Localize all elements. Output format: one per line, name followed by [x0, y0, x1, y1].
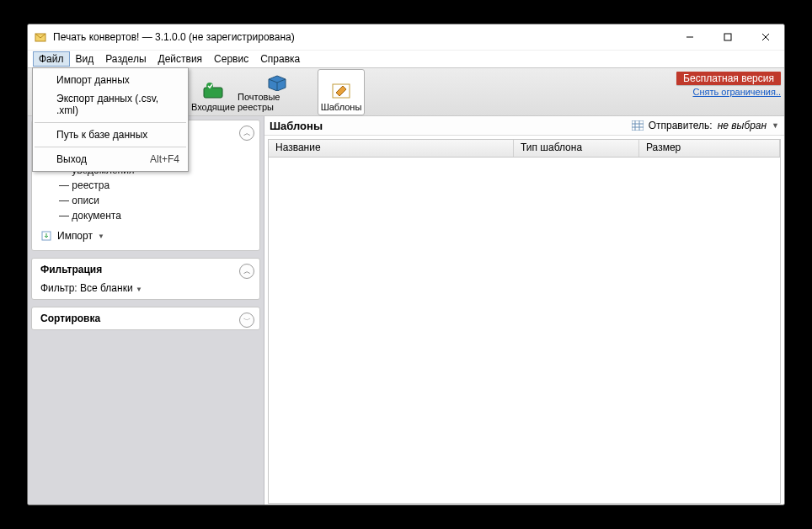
- column-type[interactable]: Тип шаблона: [514, 140, 639, 157]
- toolbar-incoming-label: Входящие: [191, 102, 235, 112]
- page-title: Шаблоны: [270, 120, 323, 132]
- menu-exit-label: Выход: [56, 153, 87, 165]
- remove-limits-link[interactable]: Снять ограничения..: [676, 87, 781, 97]
- menu-import-data[interactable]: Импорт данных: [33, 71, 188, 89]
- table-header: Название Тип шаблона Размер: [268, 139, 781, 158]
- toolbar-incoming[interactable]: Входящие: [190, 69, 237, 115]
- sender-selector[interactable]: Отправитель: не выбран ▼: [632, 120, 779, 131]
- menu-sections[interactable]: Разделы: [99, 51, 152, 67]
- separator: [35, 147, 186, 147]
- filter-panel: Фильтрация ︿ Фильтр: Все бланки ▼: [31, 258, 260, 300]
- menu-export-data[interactable]: Экспорт данных (.csv, .xml): [33, 89, 188, 120]
- toolbar-templates-label: Шаблоны: [321, 102, 362, 112]
- import-icon: [40, 230, 52, 242]
- toolbar-templates[interactable]: Шаблоны: [318, 69, 365, 115]
- minimize-button[interactable]: [670, 24, 708, 50]
- collapse-icon[interactable]: ︿: [239, 264, 254, 279]
- collapse-icon[interactable]: ︿: [239, 126, 254, 141]
- menu-exit-shortcut: Alt+F4: [150, 153, 179, 165]
- chevron-down-icon: ▼: [98, 232, 104, 240]
- app-icon: [35, 30, 48, 44]
- svg-rect-2: [724, 34, 731, 40]
- titlebar: Печать конвертов! — 3.1.0.0 (не зарегист…: [28, 24, 784, 50]
- maximize-button[interactable]: [708, 24, 746, 50]
- import-button[interactable]: Импорт ▼: [40, 228, 251, 243]
- filter-panel-title: Фильтрация: [40, 264, 251, 275]
- toolbar-registries-label: Почтовые реестры: [238, 92, 317, 112]
- chevron-down-icon: ▼: [136, 286, 142, 293]
- file-menu-dropdown: Импорт данных Экспорт данных (.csv, .xml…: [32, 67, 189, 172]
- create-inventory[interactable]: — описи: [59, 193, 251, 208]
- menu-db-path[interactable]: Путь к базе данных: [33, 126, 188, 144]
- filter-label: Фильтр:: [40, 282, 77, 294]
- expand-icon[interactable]: ﹀: [239, 313, 254, 328]
- box-icon: [265, 70, 289, 92]
- import-label: Импорт: [57, 230, 93, 242]
- filter-selector[interactable]: Фильтр: Все бланки ▼: [40, 282, 251, 294]
- free-version-badge: Бесплатная версия: [676, 72, 781, 85]
- separator: [35, 122, 186, 123]
- sort-panel: Сортировка ﹀: [31, 307, 260, 330]
- menu-view[interactable]: Вид: [70, 51, 100, 67]
- sidebar: ︿ Создать шаблон: — конверта — уведомлен…: [28, 116, 264, 505]
- menubar: Файл Вид Разделы Действия Сервис Справка: [28, 50, 784, 67]
- sender-value: не выбран: [718, 120, 767, 131]
- create-document[interactable]: — документа: [59, 208, 251, 223]
- window-title: Печать конвертов! — 3.1.0.0 (не зарегист…: [53, 31, 295, 43]
- free-version-banner: Бесплатная версия Снять ограничения..: [676, 72, 781, 97]
- main-area: Шаблоны Отправитель: не выбран ▼ Названи…: [264, 116, 784, 505]
- menu-exit[interactable]: Выход Alt+F4: [33, 150, 188, 168]
- menu-actions[interactable]: Действия: [152, 51, 209, 67]
- grid-icon: [632, 120, 644, 131]
- column-name[interactable]: Название: [269, 140, 514, 157]
- table-body[interactable]: [268, 158, 781, 504]
- create-registry[interactable]: — реестра: [59, 178, 251, 193]
- chevron-down-icon: ▼: [772, 121, 779, 130]
- template-icon: [329, 80, 353, 102]
- sender-label: Отправитель:: [649, 120, 713, 131]
- inbox-icon: [201, 80, 225, 102]
- menu-help[interactable]: Справка: [254, 51, 306, 67]
- svg-rect-5: [204, 88, 222, 98]
- toolbar-registries[interactable]: Почтовые реестры: [237, 69, 318, 115]
- svg-rect-10: [632, 120, 644, 131]
- menu-service[interactable]: Сервис: [208, 51, 254, 67]
- close-button[interactable]: [746, 24, 784, 50]
- sort-panel-title: Сортировка: [40, 313, 251, 324]
- menu-file[interactable]: Файл: [33, 51, 70, 67]
- column-size[interactable]: Размер: [639, 140, 780, 157]
- filter-value: Все бланки: [80, 282, 133, 294]
